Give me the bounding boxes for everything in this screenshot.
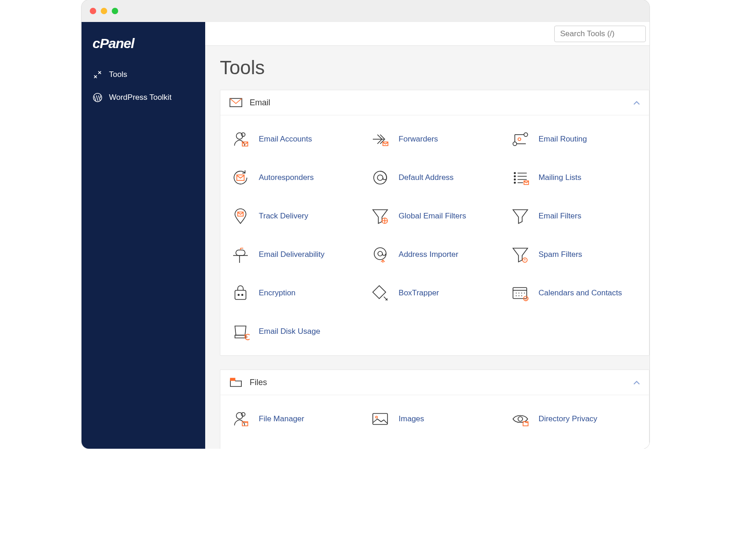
- svg-point-25: [242, 294, 243, 296]
- sidebar-item-tools[interactable]: Tools: [82, 63, 205, 86]
- tool-forwarders[interactable]: Forwarders: [365, 122, 504, 157]
- close-window-button[interactable]: [90, 8, 96, 14]
- tool-email-disk-usage[interactable]: Email Disk Usage: [225, 314, 365, 349]
- tool-track-delivery[interactable]: Track Delivery: [225, 199, 365, 234]
- tool-calendars-contacts[interactable]: @ Calendars and Contacts: [505, 276, 644, 310]
- sidebar: cPanel Tools WordPress Toolki: [82, 22, 205, 449]
- panel-email: Email Email Accounts Forwarders: [220, 90, 649, 356]
- tool-label: BoxTrapper: [398, 288, 439, 298]
- svg-point-8: [518, 138, 521, 141]
- tool-global-email-filters[interactable]: Global Email Filters: [365, 199, 504, 234]
- tools-icon: [93, 70, 103, 80]
- panel-title: Files: [250, 378, 267, 387]
- autoresponders-icon: [230, 168, 251, 188]
- svg-point-14: [514, 179, 515, 180]
- panel-body-files: File Manager Images Directory Privacy: [220, 395, 649, 449]
- tool-label: Autoresponders: [259, 173, 314, 182]
- calendars-contacts-icon: @: [510, 283, 530, 303]
- tool-ftp-accounts[interactable]: FTP FTP Accounts: [505, 440, 644, 449]
- topbar: [205, 22, 649, 46]
- main-content: Tools Email: [205, 22, 649, 449]
- svg-rect-26: [373, 286, 386, 299]
- tool-label: File Manager: [259, 414, 304, 424]
- svg-point-21: [378, 251, 382, 256]
- sidebar-item-label: Tools: [109, 70, 127, 79]
- tool-web-disk[interactable]: Web Disk: [365, 440, 504, 449]
- tool-encryption[interactable]: Encryption: [225, 276, 365, 310]
- tool-directory-privacy[interactable]: Directory Privacy: [505, 402, 644, 436]
- email-deliverability-icon: [230, 245, 251, 265]
- svg-rect-19: [236, 250, 245, 256]
- email-routing-icon: [510, 129, 530, 149]
- images-icon: [370, 409, 390, 429]
- svg-point-7: [513, 142, 517, 146]
- svg-rect-9: [237, 175, 244, 180]
- tool-disk-usage[interactable]: Disk Usage: [225, 440, 365, 449]
- tool-boxtrapper[interactable]: BoxTrapper: [365, 276, 504, 310]
- tool-label: Encryption: [259, 288, 295, 298]
- svg-point-36: [518, 417, 523, 421]
- svg-point-35: [376, 416, 377, 418]
- track-delivery-icon: [230, 206, 251, 226]
- panel-header-email[interactable]: Email: [220, 90, 649, 115]
- svg-rect-23: [235, 290, 246, 299]
- maximize-window-button[interactable]: [112, 8, 118, 14]
- tool-label: Email Disk Usage: [259, 327, 320, 336]
- global-email-filters-icon: [370, 206, 390, 226]
- tool-email-accounts[interactable]: Email Accounts: [225, 122, 365, 157]
- chevron-up-icon: [633, 378, 640, 387]
- svg-point-15: [514, 182, 515, 184]
- disk-usage-icon: [230, 447, 251, 449]
- svg-point-6: [524, 133, 528, 136]
- minimize-window-button[interactable]: [101, 8, 107, 14]
- tool-mailing-lists[interactable]: Mailing Lists: [505, 160, 644, 195]
- tool-label: Forwarders: [398, 135, 438, 144]
- chevron-up-icon: [633, 98, 640, 108]
- tool-label: Directory Privacy: [539, 414, 597, 424]
- spam-filters-icon: [510, 245, 530, 265]
- tool-address-importer[interactable]: Address Importer: [365, 237, 504, 272]
- tool-spam-filters[interactable]: Spam Filters: [505, 237, 644, 272]
- svg-text:@: @: [524, 297, 528, 300]
- forwarders-icon: [370, 129, 390, 149]
- tool-email-filters[interactable]: Email Filters: [505, 199, 644, 234]
- tool-label: Default Address: [398, 173, 453, 182]
- tool-default-address[interactable]: Default Address: [365, 160, 504, 195]
- app-window: cPanel Tools WordPress Toolki: [82, 0, 649, 449]
- tool-email-routing[interactable]: Email Routing: [505, 122, 644, 157]
- panel-header-files[interactable]: Files: [220, 370, 649, 395]
- tool-email-deliverability[interactable]: Email Deliverability: [225, 237, 365, 272]
- tool-autoresponders[interactable]: Autoresponders: [225, 160, 365, 195]
- tool-label: Email Accounts: [259, 135, 312, 144]
- svg-point-11: [377, 175, 383, 180]
- panel-files: Files File Manager Images: [220, 370, 649, 449]
- encryption-icon: [230, 283, 251, 303]
- logo: cPanel: [82, 31, 205, 63]
- tool-images[interactable]: Images: [365, 402, 504, 436]
- directory-privacy-icon: [510, 409, 530, 429]
- scroll-area[interactable]: Email Email Accounts Forwarders: [205, 90, 649, 449]
- tool-label: Images: [398, 414, 424, 424]
- svg-rect-34: [373, 413, 387, 424]
- default-address-icon: [370, 168, 390, 188]
- tool-label: Email Routing: [539, 135, 587, 144]
- sidebar-item-label: WordPress Toolkit: [109, 93, 171, 102]
- panel-title: Email: [250, 98, 270, 108]
- ftp-accounts-icon: FTP: [510, 447, 530, 449]
- titlebar: [82, 0, 649, 22]
- files-section-icon: [229, 377, 242, 387]
- tool-label: Calendars and Contacts: [539, 288, 622, 298]
- email-disk-usage-icon: [230, 321, 251, 342]
- svg-point-3: [241, 133, 245, 136]
- svg-point-12: [514, 173, 515, 174]
- svg-point-32: [241, 413, 245, 416]
- tool-label: Address Importer: [398, 250, 458, 259]
- search-input[interactable]: [554, 26, 646, 42]
- email-section-icon: [229, 98, 242, 108]
- tool-label: Spam Filters: [539, 250, 582, 259]
- tool-label: Track Delivery: [259, 212, 308, 221]
- svg-rect-30: [230, 378, 235, 381]
- boxtrapper-icon: [370, 283, 390, 303]
- tool-file-manager[interactable]: File Manager: [225, 402, 365, 436]
- sidebar-item-wordpress-toolkit[interactable]: WordPress Toolkit: [82, 86, 205, 109]
